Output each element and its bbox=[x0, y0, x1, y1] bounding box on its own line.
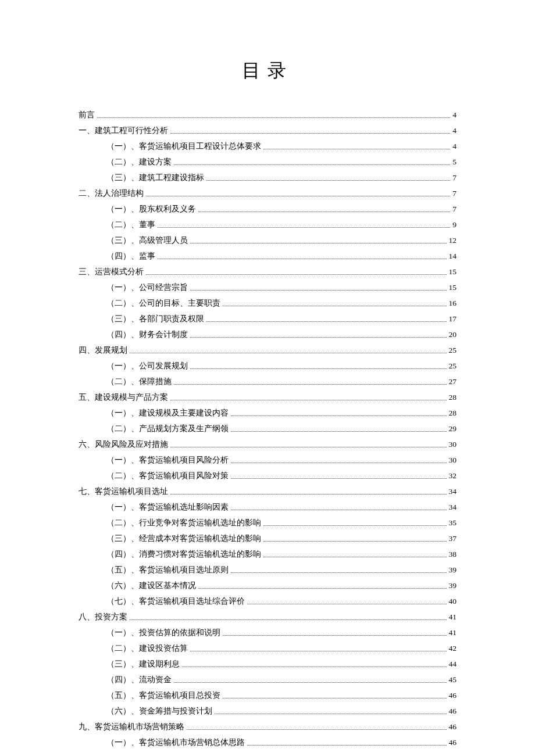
toc-label: 二、法人治理结构 bbox=[79, 185, 144, 201]
toc-entry[interactable]: （三）、经营成本对客货运输机选址的影响37 bbox=[79, 531, 456, 546]
toc-entry[interactable]: （六）、资金筹措与投资计划46 bbox=[79, 703, 456, 719]
toc-label: （二）、保障措施 bbox=[106, 374, 172, 389]
toc-entry[interactable]: 前言4 bbox=[79, 107, 456, 123]
toc-entry[interactable]: （二）、公司的目标、主要职责16 bbox=[79, 295, 456, 311]
toc-label: 前言 bbox=[79, 107, 95, 123]
toc-dots bbox=[170, 494, 447, 495]
toc-entry[interactable]: （四）、消费习惯对客货运输机选址的影响38 bbox=[79, 546, 456, 562]
toc-dots bbox=[97, 117, 450, 118]
toc-label: 六、风险风险及应对措施 bbox=[79, 436, 168, 452]
toc-page: 37 bbox=[449, 531, 457, 546]
toc-entry[interactable]: 一、建筑工程可行性分析4 bbox=[79, 123, 456, 138]
toc-page: 9 bbox=[452, 217, 456, 232]
toc-dots bbox=[190, 651, 447, 651]
toc-label: （四）、消费习惯对客货运输机选址的影响 bbox=[106, 546, 261, 562]
toc-page: 35 bbox=[449, 515, 457, 531]
toc-entry[interactable]: （七）、客货运输机项目选址综合评价40 bbox=[79, 593, 456, 609]
toc-entry[interactable]: （一）、客货运输机选址影响因素34 bbox=[79, 499, 456, 515]
toc-label: （一）、客货运输机选址影响因素 bbox=[106, 499, 229, 515]
toc-entry[interactable]: 二、法人治理结构7 bbox=[79, 185, 456, 201]
toc-label: （三）、建设期利息 bbox=[106, 656, 180, 672]
toc-page: 16 bbox=[449, 295, 457, 311]
toc-entry[interactable]: 九、客货运输机市场营销策略46 bbox=[79, 719, 456, 734]
toc-label: （一）、公司经营宗旨 bbox=[106, 280, 188, 295]
toc-page: 4 bbox=[452, 123, 456, 138]
toc-entry[interactable]: （二）、建设投资估算42 bbox=[79, 640, 456, 656]
toc-dots bbox=[231, 415, 447, 416]
toc-label: （一）、客货运输机市场营销总体思路 bbox=[106, 734, 245, 750]
toc-dots bbox=[158, 227, 450, 228]
toc-entry[interactable]: （四）、流动资金45 bbox=[79, 672, 456, 687]
toc-label: （一）、建设规模及主要建设内容 bbox=[106, 405, 229, 421]
toc-label: （一）、股东权利及义务 bbox=[106, 201, 196, 217]
toc-page: 42 bbox=[449, 640, 457, 656]
toc-entry[interactable]: （四）、监事14 bbox=[79, 248, 456, 264]
toc-label: （三）、经营成本对客货运输机选址的影响 bbox=[106, 531, 261, 546]
toc-label: （二）、建设投资估算 bbox=[106, 640, 188, 656]
toc-entry[interactable]: 八、投资方案41 bbox=[79, 609, 456, 625]
toc-entry[interactable]: （三）、各部门职责及权限17 bbox=[79, 311, 456, 327]
toc-entry[interactable]: （一）、客货运输机项目风险分析30 bbox=[79, 452, 456, 468]
toc-page: 46 bbox=[449, 703, 457, 719]
toc-dots bbox=[190, 243, 447, 243]
toc-entry[interactable]: 七、客货运输机项目选址34 bbox=[79, 483, 456, 499]
toc-entry[interactable]: （五）、客货运输机项目总投资46 bbox=[79, 687, 456, 703]
toc-entry[interactable]: （三）、建筑工程建设指标7 bbox=[79, 170, 456, 185]
toc-dots bbox=[223, 635, 447, 636]
toc-page: 12 bbox=[449, 232, 457, 248]
toc-page: 45 bbox=[449, 672, 457, 687]
toc-dots bbox=[174, 682, 447, 683]
toc-dots bbox=[182, 667, 447, 667]
toc-dots bbox=[263, 149, 450, 149]
toc-entry[interactable]: （一）、股东权利及义务7 bbox=[79, 201, 456, 217]
toc-entry[interactable]: （二）、产品规划方案及生产纲领29 bbox=[79, 421, 456, 436]
toc-entry[interactable]: （六）、建设区基本情况39 bbox=[79, 578, 456, 593]
toc-page: 28 bbox=[449, 405, 457, 421]
toc-entry[interactable]: （五）、客货运输机项目选址原则39 bbox=[79, 562, 456, 578]
toc-entry[interactable]: 五、建设规模与产品方案28 bbox=[79, 389, 456, 405]
toc-dots bbox=[247, 745, 447, 746]
toc-label: 三、运营模式分析 bbox=[79, 264, 144, 280]
toc-entry[interactable]: 六、风险风险及应对措施30 bbox=[79, 436, 456, 452]
toc-entry[interactable]: （二）、建设方案5 bbox=[79, 154, 456, 170]
toc-dots bbox=[170, 400, 447, 400]
toc-entry[interactable]: （一）、客货运输机市场营销总体思路46 bbox=[79, 734, 456, 750]
toc-page: 4 bbox=[452, 107, 456, 123]
toc-entry[interactable]: （四）、财务会计制度20 bbox=[79, 327, 456, 342]
toc-label: （四）、流动资金 bbox=[106, 672, 172, 687]
toc-dots bbox=[190, 290, 447, 291]
toc-label: （一）、公司发展规划 bbox=[106, 358, 188, 374]
toc-entry[interactable]: 三、运营模式分析15 bbox=[79, 264, 456, 280]
toc-entry[interactable]: （一）、公司发展规划25 bbox=[79, 358, 456, 374]
toc-dots bbox=[231, 510, 447, 510]
toc-dots bbox=[174, 164, 450, 165]
toc-label: （二）、行业竞争对客货运输机选址的影响 bbox=[106, 515, 261, 531]
toc-container: 前言4一、建筑工程可行性分析4（一）、客货运输机项目工程设计总体要求4（二）、建… bbox=[79, 107, 456, 750]
toc-dots bbox=[231, 431, 447, 432]
toc-entry[interactable]: （三）、建设期利息44 bbox=[79, 656, 456, 672]
toc-label: 四、发展规划 bbox=[79, 342, 127, 358]
toc-page: 25 bbox=[449, 342, 457, 358]
toc-title: 目录 bbox=[79, 58, 456, 84]
toc-dots bbox=[263, 557, 447, 557]
toc-label: 一、建筑工程可行性分析 bbox=[79, 123, 168, 138]
toc-entry[interactable]: （一）、投资估算的依据和说明41 bbox=[79, 625, 456, 640]
toc-entry[interactable]: 四、发展规划25 bbox=[79, 342, 456, 358]
toc-dots bbox=[187, 729, 447, 730]
toc-entry[interactable]: （三）、高级管理人员12 bbox=[79, 232, 456, 248]
toc-entry[interactable]: （二）、行业竞争对客货运输机选址的影响35 bbox=[79, 515, 456, 531]
toc-dots bbox=[263, 541, 447, 542]
toc-label: 九、客货运输机市场营销策略 bbox=[79, 719, 184, 734]
toc-entry[interactable]: （一）、建设规模及主要建设内容28 bbox=[79, 405, 456, 421]
toc-page: 4 bbox=[452, 138, 456, 154]
toc-page: 46 bbox=[449, 687, 457, 703]
toc-dots bbox=[190, 368, 447, 369]
toc-dots bbox=[170, 133, 450, 134]
toc-entry[interactable]: （二）、保障措施27 bbox=[79, 374, 456, 389]
toc-entry[interactable]: （一）、客货运输机项目工程设计总体要求4 bbox=[79, 138, 456, 154]
toc-entry[interactable]: （二）、客货运输机项目风险对策32 bbox=[79, 468, 456, 483]
toc-entry[interactable]: （二）、董事9 bbox=[79, 217, 456, 232]
toc-entry[interactable]: （一）、公司经营宗旨15 bbox=[79, 280, 456, 295]
toc-page: 40 bbox=[449, 593, 457, 609]
toc-dots bbox=[158, 259, 447, 259]
